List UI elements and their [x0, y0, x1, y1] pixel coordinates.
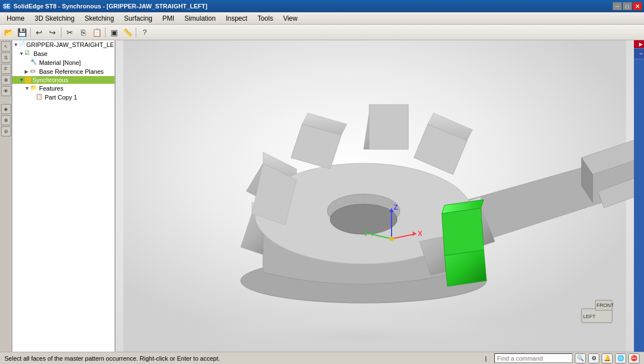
tree-item-base[interactable]: ▼ ☑ Base [12, 49, 115, 58]
title-bar: SE SolidEdge ST8 - Synchronous - [GRIPPE… [0, 0, 644, 12]
tool-sync[interactable]: ⊕ [1, 75, 11, 85]
find-command-input[interactable] [494, 353, 573, 363]
tree-item-partcopy1[interactable]: 📋 Part Copy 1 [12, 93, 115, 102]
tree-item-features[interactable]: ▼ 📁 Features [12, 84, 115, 93]
tool-extra3[interactable]: ⊘ [1, 126, 11, 136]
right-panel: ▶ f [634, 40, 644, 352]
main-area: ↖ S F ⊕ 👁 ◈ ⊗ ⊘ ▼ 📄 GRIPPER-JAW_STRAIGHT… [0, 40, 644, 352]
app-icon: SE [2, 2, 11, 11]
toolbar-sep-4 [136, 27, 136, 37]
viewport[interactable]: Z X Y LEFT FRONT [116, 40, 634, 352]
tree-arrow-baseref: ▶ [25, 69, 30, 74]
status-right: 🔍 ⚙ 🔔 🌐 ⛔ [494, 353, 640, 363]
stop-button[interactable]: ⛔ [628, 353, 640, 363]
menu-home[interactable]: Home [2, 13, 29, 24]
tree-icon-material: 🔧 [30, 59, 38, 67]
viewport-svg: Z X Y LEFT FRONT [116, 40, 634, 352]
tree-label-partcopy1: Part Copy 1 [45, 94, 77, 101]
toolbar: 📂 💾 ↩ ↪ ✂ ⎘ 📋 ▣ 📏 ? [0, 25, 644, 40]
tree-label-base: Base [34, 50, 47, 57]
tree-item-material[interactable]: 🔧 Material [None] [12, 58, 115, 67]
svg-point-15 [389, 237, 394, 241]
tree-icon-root: 📄 [18, 41, 25, 49]
tree-arrow-synchronous: ▼ [19, 77, 25, 83]
svg-text:X: X [418, 230, 422, 238]
title-text: SolidEdge ST8 - Synchronous - [GRIPPER-J… [13, 3, 207, 10]
tool-extra1[interactable]: ◈ [1, 104, 11, 114]
toolbar-redo[interactable]: ↪ [46, 26, 59, 39]
menu-bar: Home 3D Sketching Sketching Surfacing PM… [0, 12, 644, 25]
tree-item-root[interactable]: ▼ 📄 GRIPPER-JAW_STRAIGHT_LEFT [12, 40, 115, 49]
svg-text:Z: Z [394, 204, 398, 211]
tree-label-baseref: Base Reference Planes [39, 68, 104, 75]
maximize-button[interactable]: □ [623, 2, 632, 10]
toolbar-paste[interactable]: 📋 [90, 26, 103, 39]
tree-icon-baseref: ▭ [30, 68, 38, 75]
tool-sketch[interactable]: S [1, 53, 11, 63]
toolbar-save[interactable]: 💾 [16, 26, 28, 39]
status-message: Select all faces of the master pattern o… [4, 355, 478, 362]
tool-select[interactable]: ↖ [1, 41, 11, 51]
tree-icon-partcopy1: 📋 [36, 93, 44, 101]
minimize-button[interactable]: ─ [613, 2, 622, 10]
close-button[interactable]: ✕ [633, 2, 642, 10]
tool-extra2[interactable]: ⊗ [1, 115, 11, 125]
menu-tools[interactable]: Tools [253, 13, 278, 24]
menu-pmi[interactable]: PMI [158, 13, 179, 24]
menu-surfacing[interactable]: Surfacing [120, 13, 157, 24]
tree-arrow-root: ▼ [13, 42, 18, 48]
network-button[interactable]: 🌐 [615, 353, 626, 363]
menu-inspect[interactable]: Inspect [221, 13, 252, 24]
tree-icon-base: ☑ [25, 50, 32, 58]
tool-view[interactable]: 👁 [1, 86, 11, 96]
facebook-button[interactable]: f [634, 49, 644, 59]
status-bar: Select all faces of the master pattern o… [0, 352, 644, 364]
svg-text:LEFT: LEFT [583, 314, 596, 319]
tree-label-synchronous: Synchronous [32, 77, 68, 83]
toolbar-measure[interactable]: 📏 [121, 26, 133, 39]
toolbar-open[interactable]: 📂 [2, 26, 15, 39]
svg-text:FRONT: FRONT [597, 302, 614, 308]
toolbar-sep-1 [30, 27, 31, 37]
tree-icon-synchronous [25, 77, 31, 83]
tree-panel: ▼ 📄 GRIPPER-JAW_STRAIGHT_LEFT ▼ ☑ Base 🔧… [12, 40, 116, 352]
menu-3d-sketching[interactable]: 3D Sketching [30, 13, 79, 24]
tree-label-material: Material [None] [39, 59, 81, 66]
tree-item-synchronous[interactable]: ▼ Synchronous [12, 76, 115, 84]
tool-feature[interactable]: F [1, 64, 11, 74]
toolbar-sep-3 [105, 27, 106, 37]
notifications-button[interactable]: 🔔 [602, 353, 613, 363]
toolbar-cut[interactable]: ✂ [64, 26, 76, 39]
toolbar-box-select[interactable]: ▣ [108, 26, 120, 39]
status-separator: | [478, 355, 494, 362]
tree-label-features: Features [39, 85, 63, 92]
tree-arrow-base: ▼ [19, 51, 25, 56]
toolbar-sep-2 [61, 27, 61, 37]
find-button[interactable]: 🔍 [575, 353, 586, 363]
toolbar-undo[interactable]: ↩ [33, 26, 45, 39]
toolbar-right: ? [139, 26, 151, 39]
youtube-button[interactable]: ▶ [634, 40, 644, 49]
title-left: SE SolidEdge ST8 - Synchronous - [GRIPPE… [2, 2, 207, 11]
tree-item-baseref[interactable]: ▶ ▭ Base Reference Planes [12, 67, 115, 76]
menu-sketching[interactable]: Sketching [80, 13, 118, 24]
toolbar-copy[interactable]: ⎘ [77, 26, 89, 39]
tree-label-root: GRIPPER-JAW_STRAIGHT_LEFT [26, 41, 116, 48]
settings-button[interactable]: ⚙ [588, 353, 599, 363]
tree-arrow-features: ▼ [25, 86, 30, 91]
window-controls: ─ □ ✕ [613, 2, 642, 10]
left-tools: ↖ S F ⊕ 👁 ◈ ⊗ ⊘ [0, 40, 12, 352]
svg-text:Y: Y [364, 230, 368, 238]
help-button[interactable]: ? [139, 26, 151, 39]
tree-icon-features: 📁 [30, 84, 38, 92]
menu-simulation[interactable]: Simulation [180, 13, 220, 24]
menu-view[interactable]: View [279, 13, 302, 24]
